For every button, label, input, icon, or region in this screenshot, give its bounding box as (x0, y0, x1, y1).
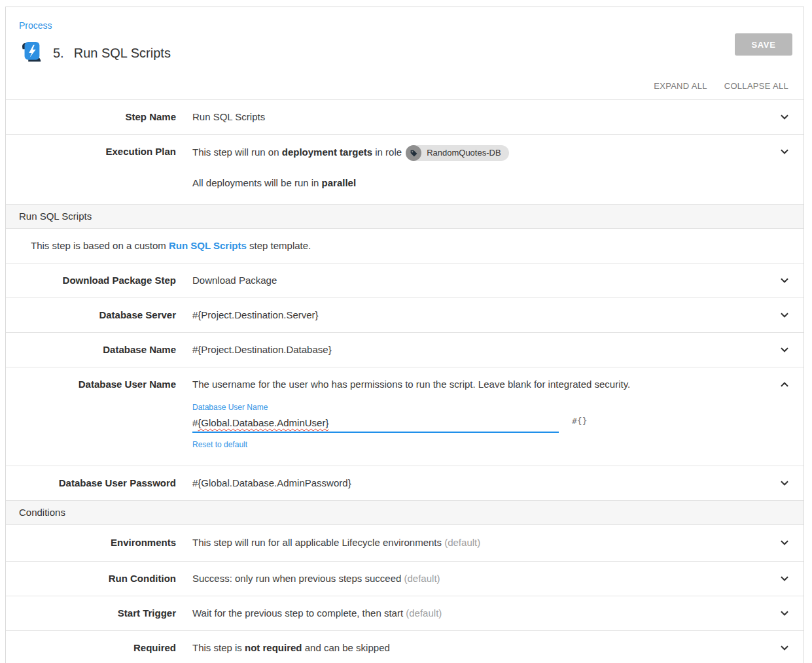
row-label: Required (19, 641, 176, 654)
row-label: Start Trigger (19, 607, 176, 620)
chevron-down-icon[interactable] (779, 607, 790, 619)
row-database-name[interactable]: Database Name #{Project.Destination.Data… (6, 332, 803, 367)
collapse-all-button[interactable]: COLLAPSE ALL (724, 82, 788, 91)
field-label: Database User Name (192, 403, 559, 413)
field-description: The username for the user who has permis… (192, 378, 764, 391)
row-label: Database User Password (19, 477, 176, 490)
row-step-name[interactable]: Step Name Run SQL Scripts (6, 99, 803, 134)
row-environments[interactable]: Environments This step will run for all … (6, 524, 803, 561)
row-value: #{Global.Database.AdminPassword} (192, 477, 764, 490)
role-chip[interactable]: RandomQuotes-DB (406, 145, 508, 161)
template-note: This step is based on a custom Run SQL S… (6, 228, 803, 263)
row-value: Success: only run when previous steps su… (192, 572, 764, 585)
row-database-user-name[interactable]: Database User Name The username for the … (6, 367, 803, 466)
row-value: Download Package (192, 274, 764, 287)
row-label: Database User Name (19, 378, 176, 450)
row-required[interactable]: Required This step is not required and c… (6, 630, 803, 663)
section-header-conditions: Conditions (6, 500, 803, 524)
chevron-down-icon[interactable] (779, 344, 790, 356)
page-title: Run SQL Scripts (74, 46, 171, 61)
chevron-down-icon[interactable] (779, 642, 790, 654)
row-value: Run SQL Scripts (192, 110, 764, 124)
row-execution-plan[interactable]: Execution Plan This step will run on dep… (6, 134, 803, 204)
expand-all-button[interactable]: EXPAND ALL (654, 82, 707, 91)
chevron-down-icon[interactable] (779, 146, 790, 158)
insert-variable-button[interactable]: #{} (572, 415, 587, 428)
save-button[interactable]: SAVE (735, 33, 792, 56)
row-value: Wait for the previous step to complete, … (192, 607, 764, 620)
row-value: This step is not required and can be ski… (192, 641, 764, 654)
chevron-down-icon[interactable] (779, 275, 790, 286)
row-download-package-step[interactable]: Download Package Step Download Package (6, 263, 803, 298)
row-value: This step will run on deployment targets… (192, 145, 764, 190)
step-template-link[interactable]: Run SQL Scripts (169, 240, 247, 251)
execution-plan-line2: All deployments will be run in parallel (192, 177, 764, 190)
database-user-name-input[interactable]: #{Global.Database.AdminUser} (192, 416, 559, 433)
row-run-condition[interactable]: Run Condition Success: only run when pre… (6, 561, 803, 596)
row-label: Database Server (19, 309, 176, 322)
chevron-down-icon[interactable] (779, 309, 790, 321)
execution-plan-line1: This step will run on deployment targets… (192, 145, 764, 161)
row-label: Environments (19, 536, 176, 549)
run-script-step-icon (19, 41, 44, 65)
row-label: Run Condition (19, 572, 176, 585)
row-start-trigger[interactable]: Start Trigger Wait for the previous step… (6, 596, 803, 630)
row-value: This step will run for all applicable Li… (192, 536, 764, 549)
row-value: #{Project.Destination.Server} (192, 309, 764, 322)
section-header-run-sql-scripts: Run SQL Scripts (6, 204, 803, 228)
step-editor-card: Process 5. Run SQL Scripts SAVE EXPAND A… (5, 7, 804, 663)
default-badge: (default) (404, 573, 440, 584)
default-badge: (default) (444, 537, 480, 548)
row-value: #{Project.Destination.Database} (192, 343, 764, 356)
row-database-server[interactable]: Database Server #{Project.Destination.Se… (6, 298, 803, 332)
breadcrumb[interactable]: Process (19, 20, 790, 31)
step-number: 5. (53, 46, 64, 61)
header: Process 5. Run SQL Scripts SAVE EXPAND A… (6, 7, 803, 99)
chevron-down-icon[interactable] (779, 477, 790, 489)
row-database-user-password[interactable]: Database User Password #{Global.Database… (6, 466, 803, 500)
chevron-down-icon[interactable] (779, 573, 790, 585)
reset-to-default-link[interactable]: Reset to default (192, 440, 559, 450)
chevron-down-icon[interactable] (779, 537, 790, 549)
row-value: The username for the user who has permis… (192, 378, 764, 450)
row-label: Step Name (19, 110, 176, 124)
spellcheck-squiggle: {Global.Database.AdminUser} (198, 417, 328, 428)
tag-icon (406, 145, 421, 161)
row-label: Database Name (19, 343, 176, 356)
row-label: Execution Plan (19, 145, 176, 190)
role-chip-label: RandomQuotes-DB (427, 146, 501, 160)
chevron-down-icon[interactable] (779, 111, 790, 123)
default-badge: (default) (406, 607, 442, 619)
chevron-up-icon[interactable] (779, 379, 790, 390)
row-label: Download Package Step (19, 274, 176, 287)
